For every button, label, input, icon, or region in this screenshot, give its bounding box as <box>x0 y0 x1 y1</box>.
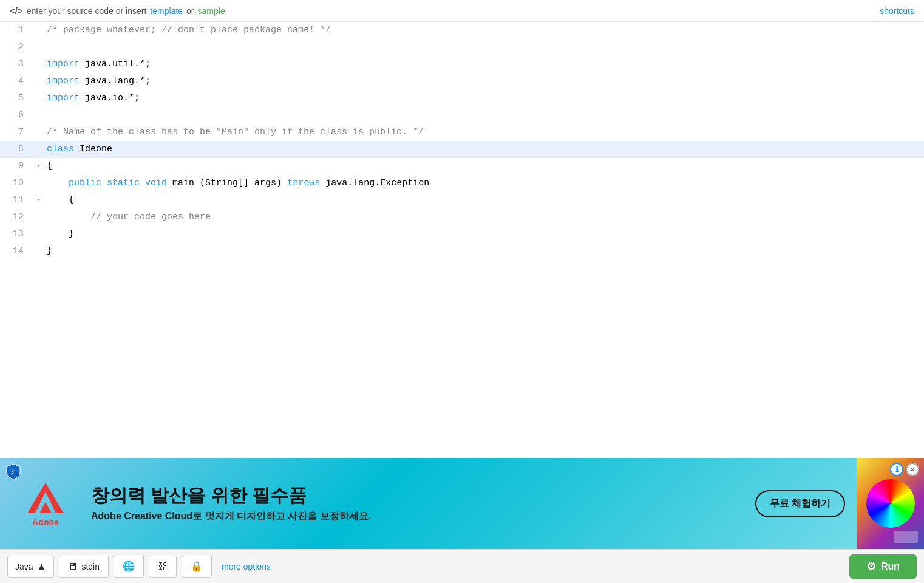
editor-area: 1 /* package whatever; // don't place pa… <box>0 22 924 458</box>
more-options-button[interactable]: more options <box>222 562 271 571</box>
enter-text: enter your source code or insert <box>27 6 147 16</box>
line-num-11: 11 <box>0 192 33 209</box>
fold-5 <box>33 90 44 107</box>
fold-1 <box>33 22 44 39</box>
or-text: or <box>186 6 194 16</box>
fold-2 <box>33 39 44 56</box>
color-wheel <box>866 479 915 528</box>
line-num-9: 9 <box>0 158 33 175</box>
run-button[interactable]: ⚙ Run <box>849 554 917 579</box>
link-icon: ⛓ <box>158 561 168 572</box>
code-line-2: 2 <box>0 39 924 56</box>
top-bar: </> enter your source code or insert tem… <box>0 0 924 22</box>
lock-button[interactable]: 🔒 <box>182 556 212 578</box>
ad-brand-text: Adobe <box>32 517 59 527</box>
code-editor[interactable]: 1 /* package whatever; // don't place pa… <box>0 22 924 458</box>
ad-close-area: ℹ ✕ <box>890 463 919 476</box>
code-line-1: 1 /* package whatever; // don't place pa… <box>0 22 924 39</box>
line-num-5: 5 <box>0 90 33 107</box>
fold-13 <box>33 226 44 243</box>
code-line-3: 3 import java.util.*; <box>0 56 924 73</box>
line-content-3: import java.util.*; <box>44 56 924 73</box>
code-line-4: 4 import java.lang.*; <box>0 73 924 90</box>
bottom-toolbar: Java ▲ 🖥 stdin 🌐 ⛓ 🔒 more options ⚙ Run <box>0 549 924 583</box>
line-num-8: 8 <box>0 141 33 158</box>
line-content-14: } <box>44 243 924 260</box>
ad-text-area: 창의력 발산을 위한 필수품 Adobe Creative Cloud로 멋지게… <box>79 485 755 523</box>
line-content-9: { <box>44 158 924 175</box>
line-content-10: public static void main (String[] args) … <box>44 175 924 192</box>
line-num-1: 1 <box>0 22 33 39</box>
fold-10 <box>33 175 44 192</box>
svg-text:⚡: ⚡ <box>10 469 15 477</box>
line-content-1: /* package whatever; // don't place pack… <box>44 22 924 39</box>
globe-icon: 🌐 <box>123 561 135 572</box>
link-button[interactable]: ⛓ <box>149 556 177 578</box>
code-line-14: 14 } <box>0 243 924 260</box>
line-content-13: } <box>44 226 924 243</box>
code-line-9: 9 ▾ { <box>0 158 924 175</box>
code-line-7: 7 /* Name of the class has to be "Main" … <box>0 124 924 141</box>
code-line-11: 11 ▾ { <box>0 192 924 209</box>
line-content-6 <box>44 107 924 124</box>
ad-cta-button[interactable]: 무료 체험하기 <box>755 490 845 517</box>
fold-3 <box>33 56 44 73</box>
fold-7 <box>33 124 44 141</box>
line-num-12: 12 <box>0 209 33 226</box>
line-num-7: 7 <box>0 124 33 141</box>
sample-link[interactable]: sample <box>198 6 225 16</box>
svg-marker-2 <box>39 502 52 513</box>
line-num-3: 3 <box>0 56 33 73</box>
ad-logo: Adobe <box>12 480 79 527</box>
line-content-7: /* Name of the class has to be "Main" on… <box>44 124 924 141</box>
code-line-6: 6 <box>0 107 924 124</box>
fold-8 <box>33 141 44 158</box>
stdin-button[interactable]: 🖥 stdin <box>59 556 109 578</box>
ad-subtext: Adobe Creative Cloud로 멋지게 디자인하고 사진을 보정하세… <box>91 510 743 523</box>
visibility-button[interactable]: 🌐 <box>114 556 144 578</box>
line-content-2 <box>44 39 924 56</box>
monitor-icon: 🖥 <box>68 561 78 572</box>
fold-9[interactable]: ▾ <box>33 158 44 175</box>
chevron-up-icon: ▲ <box>37 561 47 572</box>
fold-11[interactable]: ▾ <box>33 192 44 209</box>
stdin-label: stdin <box>81 562 100 571</box>
fold-12 <box>33 209 44 226</box>
code-line-5: 5 import java.io.*; <box>0 90 924 107</box>
template-link[interactable]: template <box>150 6 183 16</box>
code-line-13: 13 } <box>0 226 924 243</box>
language-label: Java <box>15 562 33 571</box>
line-num-14: 14 <box>0 243 33 260</box>
lock-icon: 🔒 <box>191 561 203 572</box>
code-icon: </> <box>10 5 23 16</box>
fold-14 <box>33 243 44 260</box>
line-content-4: import java.lang.*; <box>44 73 924 90</box>
line-content-8: class Ideone <box>44 141 924 158</box>
shortcuts-button[interactable]: shortcuts <box>880 6 914 16</box>
code-line-12: 12 // your code goes here <box>0 209 924 226</box>
fold-4 <box>33 73 44 90</box>
line-num-10: 10 <box>0 175 33 192</box>
gear-icon: ⚙ <box>866 560 876 573</box>
run-label: Run <box>881 561 900 572</box>
ad-cta-area: 무료 체험하기 <box>755 490 845 517</box>
language-selector-button[interactable]: Java ▲ <box>7 556 54 578</box>
fold-6 <box>33 107 44 124</box>
code-line-10: 10 public static void main (String[] arg… <box>0 175 924 192</box>
ad-close-button[interactable]: ✕ <box>906 463 919 476</box>
line-content-12: // your code goes here <box>44 209 924 226</box>
ad-decoration <box>894 531 918 543</box>
line-num-6: 6 <box>0 107 33 124</box>
ad-info-button[interactable]: ℹ <box>890 463 903 476</box>
ad-banner: ⚡ Adobe 창의력 발산을 위한 필수품 Adobe Creative Cl… <box>0 458 924 549</box>
code-line-8: 8 class Ideone <box>0 141 924 158</box>
line-content-11: { <box>44 192 924 209</box>
line-num-2: 2 <box>0 39 33 56</box>
line-content-5: import java.io.*; <box>44 90 924 107</box>
line-num-13: 13 <box>0 226 33 243</box>
ad-headline: 창의력 발산을 위한 필수품 <box>91 485 743 506</box>
top-bar-left: </> enter your source code or insert tem… <box>10 5 225 16</box>
line-num-4: 4 <box>0 73 33 90</box>
ad-shield-icon: ⚡ <box>5 463 22 480</box>
